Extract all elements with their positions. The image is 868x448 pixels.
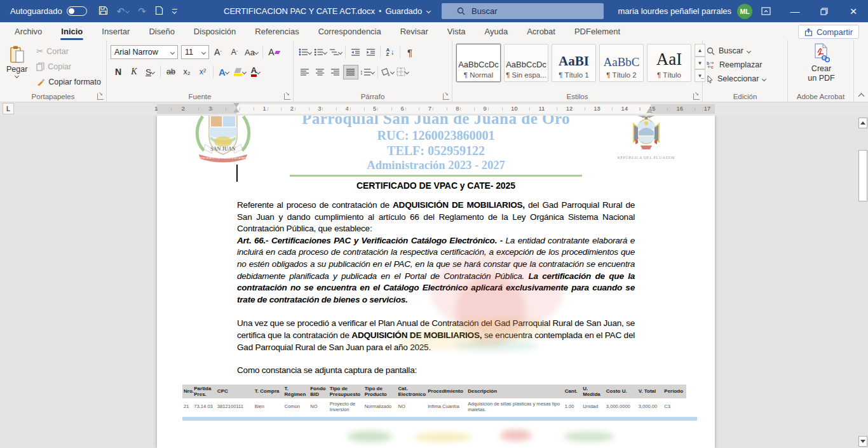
clear-formatting-button[interactable]: A	[266, 45, 281, 60]
highlight-color-button[interactable]	[232, 65, 247, 79]
numbered-list-button[interactable]	[313, 45, 328, 60]
style-titulo[interactable]: AaI ¶ Título	[647, 44, 691, 82]
undo-icon[interactable]: ↶	[117, 6, 130, 17]
ruler-number: 5	[373, 105, 376, 112]
group-label-estilos: Estilos	[452, 93, 702, 100]
document-title[interactable]: CERTIFICACION PAC Y CATE ACT.docx • Guar…	[224, 0, 430, 22]
autosave-control[interactable]: Autoguardado	[10, 6, 87, 16]
tab-insertar[interactable]: Insertar	[92, 22, 139, 40]
find-button[interactable]: Buscar	[707, 44, 785, 58]
italic-button[interactable]: K	[126, 65, 142, 79]
customize-qat-icon[interactable]	[172, 9, 177, 13]
horizontal-ruler[interactable]: 3211234567891011121314151617	[157, 104, 715, 114]
shrink-font-button[interactable]: Aˇ	[227, 45, 242, 60]
replace-button[interactable]: bc Reemplazar	[707, 58, 785, 72]
redo-icon[interactable]: ↷	[138, 6, 146, 17]
new-document-icon[interactable]	[155, 6, 163, 17]
ruler-number: 12	[566, 105, 573, 112]
style-normal[interactable]: AaBbCcDc ¶ Normal	[456, 44, 501, 82]
scrollbar-thumb[interactable]	[858, 150, 867, 201]
tab-archivo[interactable]: Archivo	[5, 22, 51, 40]
scroll-down-button[interactable]	[858, 436, 867, 447]
avatar[interactable]: ML	[737, 4, 752, 19]
text-effects-button[interactable]: A	[216, 65, 231, 79]
bullet-list-button[interactable]	[297, 45, 313, 60]
paragraph-1[interactable]: Referente al proceso de contratación de …	[237, 200, 635, 235]
tab-pdfelement[interactable]: PDFelement	[565, 22, 630, 40]
line-spacing-button[interactable]: ↕	[358, 65, 376, 79]
select-button[interactable]: Seleccionar	[707, 72, 785, 86]
save-icon[interactable]	[98, 6, 108, 17]
tab-referencias[interactable]: Referencias	[245, 22, 308, 40]
tab-inicio[interactable]: Inicio	[51, 22, 92, 40]
account-area[interactable]: maria lourdes peñafiel parrales ML	[618, 0, 752, 22]
tab-vista[interactable]: Vista	[438, 22, 475, 40]
search-placeholder: Buscar	[471, 6, 497, 16]
bold-button[interactable]: N	[111, 65, 126, 79]
shading-button[interactable]	[380, 65, 395, 79]
paragraph-4[interactable]: Como constancia se adjunta captura de pa…	[237, 365, 635, 377]
parrafo-dialog-launcher[interactable]	[443, 93, 449, 100]
right-indent-marker-icon[interactable]	[646, 108, 653, 113]
tab-acrobat[interactable]: Acrobat	[517, 22, 565, 40]
tab-correspondencia[interactable]: Correspondencia	[309, 22, 391, 40]
minimize-button[interactable]: —	[780, 0, 810, 22]
underline-button[interactable]: S	[142, 65, 158, 79]
create-pdf-button[interactable]: Crear un PDF	[808, 43, 834, 83]
align-right-button[interactable]	[328, 65, 343, 79]
vertical-scrollbar[interactable]	[858, 116, 868, 448]
subscript-button[interactable]: x₂	[179, 65, 194, 79]
grow-font-button[interactable]: Aˆ	[210, 45, 226, 60]
portapapeles-dialog-launcher[interactable]	[97, 93, 104, 100]
share-button[interactable]: Compartir	[798, 25, 859, 39]
indent-marker-icon[interactable]	[233, 103, 240, 107]
search-input[interactable]: Buscar	[442, 3, 604, 19]
tab-revisar[interactable]: Revisar	[391, 22, 438, 40]
tab-diseno[interactable]: Diseño	[139, 22, 184, 40]
style-titulo-2[interactable]: AaBbC ¶ Título 2	[599, 44, 644, 82]
decrease-indent-button[interactable]	[348, 45, 363, 60]
superscript-button[interactable]: x²	[195, 65, 210, 79]
copy-button[interactable]: Copiar	[34, 59, 104, 74]
paragraph-3[interactable]: Una vez que se procedió a verificar el P…	[237, 318, 635, 353]
multilevel-list-button[interactable]	[328, 45, 343, 60]
show-marks-button[interactable]: ¶	[402, 45, 417, 60]
align-left-button[interactable]	[297, 65, 313, 79]
ribbon-display-options-icon[interactable]	[751, 0, 780, 22]
cut-button[interactable]: ✂ Cortar	[34, 44, 104, 58]
tab-disposicion[interactable]: Disposición	[184, 22, 245, 40]
close-button[interactable]: ×	[839, 0, 868, 22]
fuente-dialog-launcher[interactable]	[284, 93, 290, 100]
strikethrough-button[interactable]: ab	[163, 65, 179, 79]
font-name-combo[interactable]: Arial Narrow	[111, 45, 178, 59]
align-center-button[interactable]	[313, 65, 328, 79]
format-painter-button[interactable]: Copiar formato	[34, 74, 104, 89]
ruler-number: 2	[182, 105, 185, 112]
style-sin-espaciado[interactable]: AaBbCcDc ¶ Sin espa...	[504, 44, 548, 82]
borders-button[interactable]	[395, 65, 410, 79]
table-header-cell: T. Compra	[254, 384, 283, 398]
increase-indent-button[interactable]	[363, 45, 378, 60]
group-portapapeles: Pegar ✂ Cortar Copiar Copiar formato Por…	[0, 40, 107, 102]
change-case-button[interactable]: Aa	[243, 45, 259, 60]
paragraph-2[interactable]: Art. 66.- Certificaciones PAC y Verifica…	[237, 235, 635, 306]
document-page[interactable]: SAN JUAN POR EL HONOR Y LA GRANDEZA DE L…	[157, 116, 715, 448]
font-color-button[interactable]: A	[248, 65, 263, 79]
document-heading[interactable]: CERTIFICADO DE VPAC y CATE- 2025	[237, 180, 635, 191]
autosave-toggle[interactable]	[67, 6, 87, 16]
paste-button[interactable]: Pegar	[4, 44, 30, 90]
title-separator: •	[379, 6, 382, 16]
estilos-dialog-launcher[interactable]	[693, 93, 700, 100]
font-size-combo[interactable]: 11	[181, 45, 209, 59]
style-titulo-1[interactable]: AaBI ¶ Título 1	[552, 44, 596, 82]
restore-button[interactable]	[810, 0, 839, 22]
collapse-ribbon-icon[interactable]	[858, 92, 864, 98]
tab-stop-selector[interactable]: L	[3, 103, 14, 114]
ribbon: Pegar ✂ Cortar Copiar Copiar formato Por…	[0, 40, 868, 102]
watermark	[500, 430, 532, 441]
scroll-up-button[interactable]	[858, 118, 867, 128]
sort-button[interactable]: AZ↓	[383, 45, 398, 60]
table-header-cell: CPC	[216, 384, 254, 398]
tab-ayuda[interactable]: Ayuda	[475, 22, 517, 40]
justify-button[interactable]	[343, 65, 358, 79]
